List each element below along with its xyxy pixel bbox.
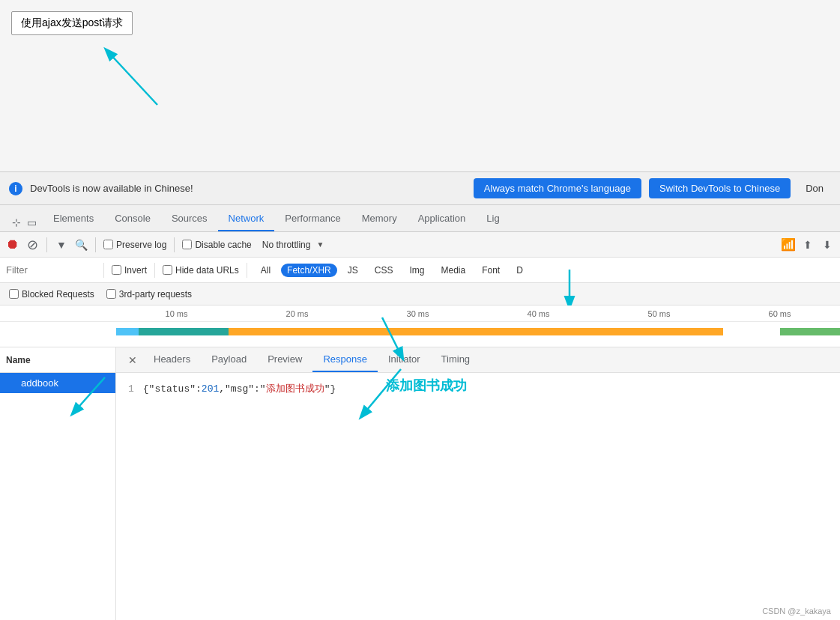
- disable-cache-label[interactable]: Disable cache: [182, 240, 251, 250]
- tab-performance[interactable]: Performance: [274, 207, 351, 231]
- file-list-panel: Name addbook: [0, 347, 116, 620]
- filter-sep-2: [154, 263, 155, 278]
- preserve-log-checkbox[interactable]: [103, 240, 113, 249]
- third-party-checkbox[interactable]: [106, 289, 116, 299]
- filter-bar: Invert Hide data URLs All Fetch/XHR JS C…: [0, 258, 840, 283]
- tab-console[interactable]: Console: [104, 207, 161, 231]
- filter-font[interactable]: Font: [476, 264, 506, 277]
- notification-text: DevTools is now available in Chinese!: [30, 183, 466, 194]
- tab-application[interactable]: Application: [408, 207, 477, 231]
- timeline-area: 10 ms 20 ms 30 ms 40 ms 50 ms 60 ms: [0, 306, 840, 347]
- switch-chinese-button[interactable]: Switch DevTools to Chinese: [649, 178, 791, 198]
- devtools-tab-bar: ⊹ ▭ Elements Console Sources Network Per…: [0, 205, 840, 232]
- response-prefix: {"status":: [143, 382, 202, 398]
- filter-sep-3: [247, 263, 247, 278]
- dismiss-button[interactable]: Don: [798, 178, 831, 198]
- detail-tab-payload[interactable]: Payload: [201, 347, 257, 372]
- csdn-watermark: CSDN @z_kakaya: [762, 607, 831, 616]
- stop-icon[interactable]: ⊘: [25, 238, 39, 252]
- info-icon: i: [9, 182, 22, 195]
- detail-tab-timing[interactable]: Timing: [431, 347, 481, 372]
- detail-close-button[interactable]: ✕: [122, 351, 143, 369]
- filter-icon[interactable]: ▼: [55, 238, 68, 252]
- match-language-button[interactable]: Always match Chrome's language: [474, 178, 641, 198]
- tick-20ms: 20 ms: [237, 309, 357, 318]
- tick-10ms: 10 ms: [116, 309, 237, 318]
- filter-media[interactable]: Media: [435, 264, 471, 277]
- search-icon[interactable]: 🔍: [74, 238, 88, 252]
- browser-page: 使用ajax发送post请求: [0, 0, 840, 172]
- network-toolbar: ⏺ ⊘ ▼ 🔍 Preserve log Disable cache No th…: [0, 232, 840, 258]
- tick-60ms: 60 ms: [719, 309, 840, 318]
- tick-30ms: 30 ms: [357, 309, 478, 318]
- filter-js[interactable]: JS: [342, 264, 364, 277]
- success-text: 添加图书成功: [386, 377, 467, 395]
- tick-40ms: 40 ms: [478, 309, 599, 318]
- hide-data-urls-text: Hide data URLs: [175, 265, 239, 276]
- filter-fetchxhr[interactable]: Fetch/XHR: [281, 264, 337, 277]
- disable-cache-checkbox[interactable]: [182, 240, 192, 249]
- third-party-label[interactable]: 3rd-party requests: [106, 289, 192, 300]
- tab-sources[interactable]: Sources: [161, 207, 218, 231]
- arrow-annotation-1: [97, 37, 187, 112]
- detail-panel: ✕ Headers Payload Preview Response Initi…: [116, 347, 840, 620]
- timeline-bar-green: [780, 328, 840, 335]
- response-suffix: "}: [324, 382, 336, 398]
- blocked-requests-checkbox[interactable]: [9, 289, 19, 299]
- file-list-header: Name: [0, 347, 115, 373]
- timeline-bars: [116, 322, 840, 347]
- svg-line-1: [109, 52, 157, 105]
- filter-input[interactable]: [6, 264, 96, 276]
- separator-1: [46, 237, 47, 252]
- detail-tab-headers[interactable]: Headers: [143, 347, 201, 372]
- record-icon[interactable]: ⏺: [6, 238, 19, 252]
- separator-2: [95, 237, 96, 252]
- devtools-icons: ⊹ ▭: [6, 213, 43, 231]
- file-name-addbook: addbook: [21, 377, 58, 389]
- disable-cache-text: Disable cache: [195, 240, 251, 250]
- separator-3: [174, 237, 175, 252]
- tab-lig[interactable]: Lig: [476, 207, 510, 231]
- throttle-arrow[interactable]: ▼: [316, 240, 324, 249]
- third-party-text: 3rd-party requests: [119, 289, 192, 300]
- preserve-log-text: Preserve log: [116, 240, 166, 250]
- filter-sep-1: [103, 263, 104, 278]
- timeline-bar-orange: [229, 328, 723, 335]
- tab-network[interactable]: Network: [218, 207, 275, 231]
- timeline-bar-teal: [139, 328, 229, 335]
- blocked-requests-label[interactable]: Blocked Requests: [9, 289, 94, 300]
- detail-tab-initiator[interactable]: Initiator: [378, 347, 431, 372]
- devtools-notification: i DevTools is now available in Chinese! …: [0, 172, 840, 205]
- invert-text: Invert: [124, 265, 147, 276]
- file-item-addbook[interactable]: addbook: [0, 373, 115, 393]
- preserve-log-label[interactable]: Preserve log: [103, 240, 166, 250]
- invert-label[interactable]: Invert: [112, 265, 147, 276]
- name-column-label: Name: [6, 355, 31, 365]
- tick-50ms: 50 ms: [599, 309, 719, 318]
- invert-checkbox[interactable]: [112, 265, 121, 275]
- detail-tab-bar: ✕ Headers Payload Preview Response Initi…: [116, 347, 840, 373]
- cursor-icon[interactable]: ⊹: [12, 216, 21, 228]
- timeline-bar-blue: [116, 328, 139, 335]
- hide-data-urls-label[interactable]: Hide data URLs: [163, 265, 239, 276]
- response-line-1: 1 {"status":201,"msg":"添加图书成功"}: [128, 382, 828, 398]
- wifi-icon[interactable]: 📶: [782, 238, 795, 252]
- throttle-select[interactable]: No throttling: [262, 240, 311, 250]
- filter-img[interactable]: Img: [403, 264, 430, 277]
- filter-d[interactable]: D: [510, 264, 529, 277]
- filter-all[interactable]: All: [255, 264, 277, 277]
- blocked-bar: Blocked Requests 3rd-party requests: [0, 283, 840, 306]
- timeline-ruler: 10 ms 20 ms 30 ms 40 ms 50 ms 60 ms: [0, 306, 840, 322]
- ajax-button[interactable]: 使用ajax发送post请求: [11, 11, 133, 35]
- mobile-icon[interactable]: ▭: [27, 216, 37, 228]
- filter-css[interactable]: CSS: [369, 264, 399, 277]
- tab-memory[interactable]: Memory: [351, 207, 408, 231]
- upload-icon[interactable]: ⬆: [801, 238, 815, 252]
- tab-elements[interactable]: Elements: [43, 207, 104, 231]
- detail-tab-response[interactable]: Response: [312, 347, 378, 372]
- download-icon[interactable]: ⬇: [821, 238, 834, 252]
- response-middle: ,"msg":": [219, 382, 265, 398]
- hide-data-urls-checkbox[interactable]: [163, 265, 172, 275]
- file-checkbox-addbook[interactable]: [6, 378, 16, 389]
- detail-tab-preview[interactable]: Preview: [257, 347, 312, 372]
